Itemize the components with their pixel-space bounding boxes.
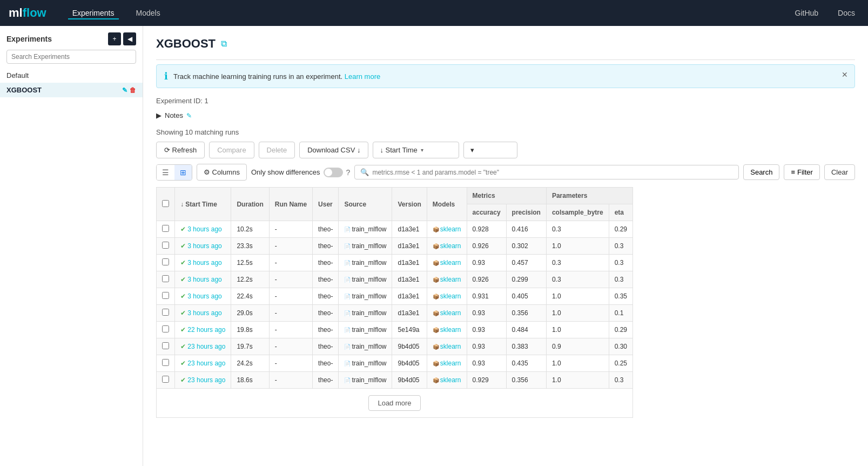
grid-view-button[interactable]: ⊞	[174, 165, 192, 180]
learn-more-link[interactable]: Learn more	[345, 72, 380, 81]
sidebar-header-buttons: + ◀	[108, 32, 136, 45]
row-start-time-2[interactable]: ✔ 3 hours ago	[175, 255, 231, 271]
close-banner-button[interactable]: ✕	[842, 70, 848, 79]
nav-github[interactable]: GitHub	[791, 6, 823, 19]
nav-docs[interactable]: Docs	[833, 6, 859, 19]
sidebar: Experiments + ◀ Default ✎ 🗑 XGBOOST ✎ 🗑	[0, 26, 143, 466]
row-run-name-4: -	[269, 288, 312, 305]
row-checkbox-3[interactable]	[162, 275, 169, 282]
row-eta-1: 0.3	[609, 238, 633, 255]
row-precision-2: 0.457	[506, 255, 546, 271]
start-time-header[interactable]: ↓ Start Time	[175, 188, 231, 221]
add-experiment-button[interactable]: +	[108, 32, 121, 45]
row-colsample-1: 1.0	[546, 238, 609, 255]
row-start-time-6[interactable]: ✔ 22 hours ago	[175, 322, 231, 338]
only-diff-toggle[interactable]	[324, 168, 343, 177]
copy-title-icon[interactable]: ⧉	[221, 39, 227, 49]
edit-xgboost-icon[interactable]: ✎	[122, 86, 127, 94]
sidebar-item-xgboost[interactable]: XGBOOST ✎ 🗑	[0, 83, 143, 97]
delete-button[interactable]: Delete	[259, 142, 295, 158]
notes-edit-icon[interactable]: ✎	[186, 112, 192, 119]
load-more-button[interactable]: Load more	[368, 395, 420, 411]
row-duration-7: 19.7s	[231, 338, 269, 355]
row-checkbox-cell	[157, 355, 175, 372]
row-checkbox-1[interactable]	[162, 242, 169, 249]
row-checkbox-2[interactable]	[162, 258, 169, 265]
row-colsample-8: 1.0	[546, 355, 609, 372]
row-checkbox-9[interactable]	[162, 376, 169, 383]
row-duration-2: 12.5s	[231, 255, 269, 271]
table-row: ✔ 23 hours ago 19.7s - theo- 📄train_mlfl…	[157, 338, 633, 355]
user-header: User	[313, 188, 339, 221]
extra-dropdown[interactable]: ▾	[463, 142, 517, 158]
row-version-2: d1a3e1	[392, 255, 427, 271]
delete-xgboost-icon[interactable]: 🗑	[130, 86, 136, 94]
sidebar-header: Experiments + ◀	[0, 32, 143, 50]
row-colsample-7: 0.9	[546, 338, 609, 355]
download-csv-button[interactable]: Download CSV ↓	[299, 142, 368, 158]
row-version-7: 9b4d05	[392, 338, 427, 355]
row-checkbox-7[interactable]	[162, 342, 169, 349]
row-version-9: 9b4d05	[392, 372, 427, 389]
help-icon[interactable]: ?	[346, 168, 351, 177]
row-start-time-7[interactable]: ✔ 23 hours ago	[175, 338, 231, 355]
search-experiments-input[interactable]	[6, 50, 136, 64]
row-checkbox-8[interactable]	[162, 359, 169, 366]
row-precision-7: 0.383	[506, 338, 546, 355]
metrics-group-header: Metrics	[467, 188, 546, 204]
row-colsample-3: 0.3	[546, 271, 609, 288]
page-title-row: XGBOOST ⧉	[156, 37, 855, 51]
table-wrapper: ↓ Start Time Duration Run Name User Sour…	[156, 187, 855, 418]
row-accuracy-6: 0.93	[467, 322, 506, 338]
row-start-time-4[interactable]: ✔ 3 hours ago	[175, 288, 231, 305]
select-all-checkbox[interactable]	[162, 200, 169, 207]
compare-button[interactable]: Compare	[209, 142, 254, 158]
table-row: ✔ 3 hours ago 29.0s - theo- 📄train_mlflo…	[157, 305, 633, 322]
experiment-meta: Experiment ID: 1	[156, 97, 855, 105]
row-checkbox-5[interactable]	[162, 309, 169, 316]
list-view-button[interactable]: ☰	[157, 165, 174, 180]
delete-default-icon[interactable]: 🗑	[130, 72, 136, 79]
search-button[interactable]: Search	[743, 164, 779, 180]
row-user-1: theo-	[313, 238, 339, 255]
filter-row: ☰ ⊞ ⚙ Columns Only show differences ? 🔍 …	[156, 164, 855, 181]
row-duration-6: 19.8s	[231, 322, 269, 338]
sidebar-item-xgboost-actions: ✎ 🗑	[122, 86, 136, 94]
row-start-time-0[interactable]: ✔ 3 hours ago	[175, 221, 231, 238]
row-checkbox-cell	[157, 221, 175, 238]
nav-experiments[interactable]: Experiments	[68, 6, 119, 19]
row-accuracy-9: 0.929	[467, 372, 506, 389]
row-start-time-1[interactable]: ✔ 3 hours ago	[175, 238, 231, 255]
refresh-button[interactable]: ⟳ Refresh	[156, 142, 205, 158]
filter-button[interactable]: ≡ Filter	[784, 164, 819, 180]
row-precision-9: 0.356	[506, 372, 546, 389]
start-time-dropdown[interactable]: ↓ Start Time ▾	[373, 142, 459, 158]
source-header: Source	[339, 188, 392, 221]
row-start-time-9[interactable]: ✔ 23 hours ago	[175, 372, 231, 389]
row-start-time-8[interactable]: ✔ 23 hours ago	[175, 355, 231, 372]
row-checkbox-0[interactable]	[162, 225, 169, 232]
models-header: Models	[427, 188, 467, 221]
row-run-name-2: -	[269, 255, 312, 271]
row-accuracy-0: 0.928	[467, 221, 506, 238]
row-precision-5: 0.356	[506, 305, 546, 322]
row-checkbox-6[interactable]	[162, 325, 169, 332]
start-time-label: ↓ Start Time	[380, 146, 417, 154]
row-checkbox-cell	[157, 238, 175, 255]
filter-search-input[interactable]	[372, 169, 733, 176]
row-checkbox-4[interactable]	[162, 292, 169, 299]
collapse-sidebar-button[interactable]: ◀	[123, 32, 136, 45]
clear-button[interactable]: Clear	[824, 164, 855, 180]
columns-button[interactable]: ⚙ Columns	[197, 164, 247, 181]
notes-row[interactable]: ▶ Notes ✎	[156, 111, 855, 119]
row-models-5: 📦sklearn	[427, 305, 467, 322]
row-eta-2: 0.3	[609, 255, 633, 271]
row-start-time-3[interactable]: ✔ 3 hours ago	[175, 271, 231, 288]
row-models-4: 📦sklearn	[427, 288, 467, 305]
table-row: ✔ 23 hours ago 24.2s - theo- 📄train_mlfl…	[157, 355, 633, 372]
row-start-time-5[interactable]: ✔ 3 hours ago	[175, 305, 231, 322]
sidebar-item-default[interactable]: Default ✎ 🗑	[0, 68, 143, 83]
main-content: XGBOOST ⧉ ℹ Track machine learning train…	[143, 26, 868, 466]
nav-models[interactable]: Models	[132, 6, 165, 19]
edit-default-icon[interactable]: ✎	[122, 72, 127, 79]
